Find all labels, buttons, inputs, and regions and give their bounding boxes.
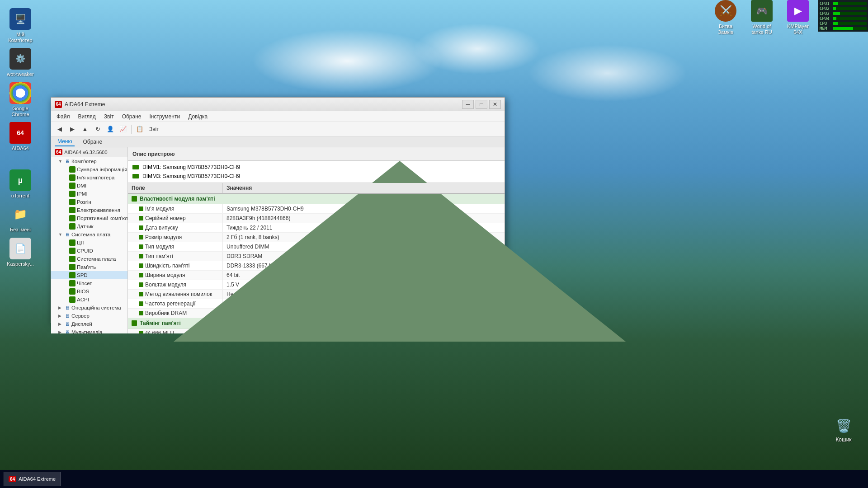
report-icon-button[interactable]: 📋 <box>134 124 146 135</box>
battles-label: БитваЗамків <box>718 23 733 35</box>
tree-display[interactable]: ▶ 🖥 Дисплей <box>51 320 127 328</box>
tree-cpu[interactable]: ЦП <box>51 239 127 247</box>
tree-chipset[interactable]: Чіпсет <box>51 279 127 287</box>
row-icon <box>139 235 143 239</box>
tree-summary[interactable]: Сумарна інформація <box>51 165 127 174</box>
row-icon <box>139 331 143 333</box>
menu-report[interactable]: Звіт <box>100 112 118 122</box>
title-bar[interactable]: 64 AIDA64 Extreme ─ □ ✕ <box>51 98 505 111</box>
tree-multimedia[interactable]: ▶ 🖥 Мультимедіа <box>51 328 127 333</box>
dimm1-item[interactable]: DIMM1: Samsung M378B5773DH0-CH9 <box>128 163 505 172</box>
tree-ipmi[interactable]: IPMI <box>51 190 127 198</box>
desktop-icons-top-right: ⚔️ БитваЗамків 🎮 World oftanks RU ▶ KMPl… <box>710 0 814 40</box>
tree-acpi[interactable]: ACPI <box>51 296 127 304</box>
user-button[interactable]: 👤 <box>104 124 116 135</box>
aida64-desktop-icon: 64 <box>9 122 31 144</box>
row-width: Ширина модуля 64 bit <box>128 271 505 280</box>
menu-bar: Файл Вигляд Звіт Обране Інструменти Дові… <box>51 111 505 122</box>
tab-menu[interactable]: Меню <box>55 137 75 146</box>
chart-button[interactable]: 📈 <box>117 124 129 135</box>
toolbar-separator <box>131 125 132 134</box>
tree-os[interactable]: ▶ 🖥 Операційна система <box>51 304 127 312</box>
desktop: CPU1CPU2CPU3CPU4CPUMEM 🖥️ Мій Комп'ютер … <box>0 0 868 488</box>
tree-overclock[interactable]: Розгін <box>51 198 127 206</box>
maximize-button[interactable]: □ <box>476 100 487 109</box>
device-header: Опис пристрою <box>128 147 505 161</box>
tree-computer[interactable]: ▼ 🖥 Комп'ютер <box>51 157 127 165</box>
p8h67m-label: Kaspersky... <box>7 261 34 267</box>
menu-view[interactable]: Вигляд <box>75 112 99 122</box>
tree-portable[interactable]: Портативний комп'ютер <box>51 214 127 222</box>
aida64-window: 64 AIDA64 Extreme ─ □ ✕ Файл Вигляд Звіт… <box>51 97 505 323</box>
section-icon-0 <box>132 196 137 202</box>
no-name-label: Без імені <box>10 227 31 233</box>
close-button[interactable]: ✕ <box>489 100 501 109</box>
wot-tweaker-label: wot-tweaker <box>7 71 33 77</box>
row-icon <box>139 254 143 258</box>
desktop-icon-google-chrome[interactable]: Google Chrome <box>5 82 36 117</box>
refresh-button[interactable]: ↻ <box>92 124 104 135</box>
tree-dmi[interactable]: DMI <box>51 182 127 190</box>
menu-help[interactable]: Довідка <box>184 112 211 122</box>
menu-file[interactable]: Файл <box>53 112 74 122</box>
desktop-icons-left: 🖥️ Мій Комп'ютер ⚙️ wot-tweaker Google C… <box>0 0 41 276</box>
my-computer-icon: 🖥️ <box>9 8 31 30</box>
row-refresh: Частота регенерації Норма (7.8 us) <box>128 299 505 309</box>
dimm1-icon <box>132 165 139 169</box>
desktop-icon-battles[interactable]: ⚔️ БитваЗамків <box>710 0 741 35</box>
dimm3-icon <box>132 174 139 178</box>
tree-sysboard[interactable]: Системна плата <box>51 255 127 263</box>
section-timing: Таймінг пам'яті <box>128 318 505 328</box>
wot-tweaker-icon: ⚙️ <box>9 48 31 70</box>
row-module-name: Ім'я модуля Samsung M378B5773DH0-CH9 <box>128 204 505 214</box>
tree-memory[interactable]: Пам'ять <box>51 263 127 271</box>
tree-cpuid[interactable]: CPUID <box>51 247 127 255</box>
tree-power[interactable]: Електроживлення <box>51 206 127 214</box>
desktop-icon-no-name[interactable]: 📁 Без імені <box>5 203 36 233</box>
forward-button[interactable]: ▶ <box>66 124 78 135</box>
minimize-button[interactable]: ─ <box>462 100 474 109</box>
desktop-icon-wot[interactable]: 🎮 World oftanks RU <box>746 0 778 35</box>
row-icon <box>139 301 143 306</box>
desktop-icon-wot-tweaker[interactable]: ⚙️ wot-tweaker <box>5 48 36 77</box>
row-icon <box>139 273 143 277</box>
main-content: 64 AIDA64 v6.32.5600 ▼ 🖥 Комп'ютер Сумар… <box>51 147 505 333</box>
taskbar-aida64[interactable]: 64 AIDA64 Extreme <box>4 472 61 486</box>
desktop-icon-p8h67m[interactable]: 📄 Kaspersky... <box>5 238 36 267</box>
dimm3-item[interactable]: DIMM3: Samsung M378B5773CH0-CH9 <box>128 172 505 181</box>
tree-spd[interactable]: SPD <box>51 271 127 279</box>
row-serial: Серійний номер 828BA3F9h (4188244866) <box>128 214 505 223</box>
tree-computer-name[interactable]: Ім'я комп'ютера <box>51 174 127 182</box>
desktop-icon-kmplayer[interactable]: ▶ KMPlayer 64X <box>782 0 814 35</box>
row-timing-666: @ 666 МГЦ 9-9-9-24 (CL-RCD-RP-RAS) / 33-… <box>128 328 505 333</box>
aida64-label: AIDA64 <box>12 145 29 151</box>
title-bar-buttons: ─ □ ✕ <box>462 100 501 109</box>
row-module-type: Тип модуля Unbuffered DIMM <box>128 242 505 252</box>
report-label: Звіт <box>149 126 159 132</box>
row-voltage: Вольтаж модуля 1.5 V <box>128 280 505 290</box>
tree-sensor[interactable]: Датчик <box>51 222 127 230</box>
kmplayer-label: KMPlayer 64X <box>782 23 814 35</box>
row-ecc: Метод виявлення помилок Немає <box>128 290 505 299</box>
row-icon <box>139 282 143 287</box>
back-button[interactable]: ◀ <box>54 124 66 135</box>
tree-server[interactable]: ▶ 🖥 Сервер <box>51 312 127 320</box>
data-table: Поле Значення Властивості модуля пам'яті… <box>128 183 505 333</box>
tree-bios[interactable]: BIOS <box>51 287 127 296</box>
dimm-list: DIMM1: Samsung M378B5773DH0-CH9 DIMM3: S… <box>128 161 505 183</box>
row-memory-type: Тип пам'яті DDR3 SDRAM <box>128 252 505 261</box>
up-button[interactable]: ▲ <box>79 124 91 135</box>
recycle-bin[interactable]: 🗑️ Кошик <box>833 415 854 443</box>
desktop-icon-my-computer[interactable]: 🖥️ Мій Комп'ютер <box>5 8 36 43</box>
tab-favorites[interactable]: Обране <box>80 138 105 146</box>
my-computer-label: Мій Комп'ютер <box>5 32 36 43</box>
dimm1-label: DIMM1: Samsung M378B5773DH0-CH9 <box>142 164 240 170</box>
desktop-icon-aida64[interactable]: 64 AIDA64 <box>5 122 36 151</box>
row-icon <box>139 292 143 296</box>
desktop-icon-utorrent[interactable]: µ uTorrent <box>5 169 36 199</box>
panel-header: Меню Обране <box>51 136 505 147</box>
menu-tools[interactable]: Інструменти <box>146 112 184 122</box>
menu-favorites[interactable]: Обране <box>118 112 145 122</box>
wot-icon: 🎮 <box>751 0 773 22</box>
tree-motherboard[interactable]: ▼ 🖥 Системна плата <box>51 230 127 239</box>
